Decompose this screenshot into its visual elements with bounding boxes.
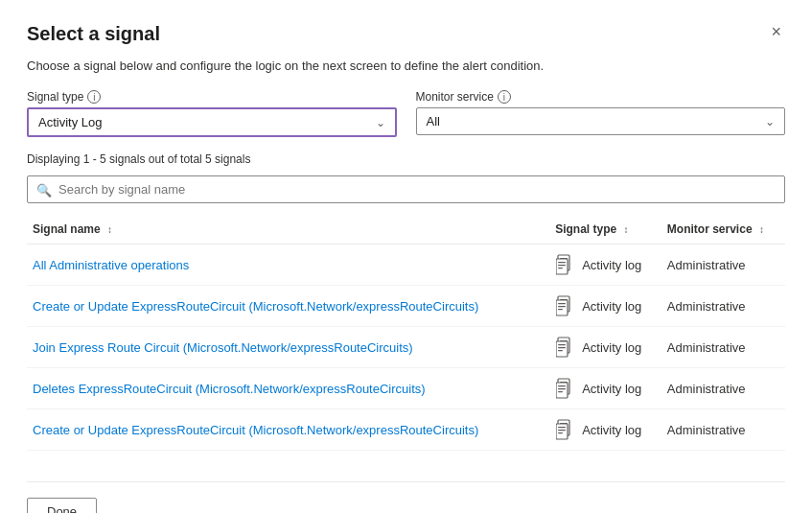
- monitor-service-cell: Administrative: [661, 409, 785, 451]
- svg-rect-5: [558, 262, 566, 263]
- fields-row: Signal type i Activity Log ⌄ Monitor ser…: [27, 90, 785, 137]
- svg-rect-15: [558, 309, 563, 310]
- svg-rect-21: [558, 344, 566, 345]
- select-signal-dialog: Select a signal × Choose a signal below …: [0, 0, 812, 513]
- svg-rect-22: [558, 347, 566, 348]
- svg-rect-7: [558, 268, 563, 268]
- signal-type-group: Signal type i Activity Log ⌄: [27, 90, 397, 137]
- signal-name-link[interactable]: All Administrative operations: [33, 258, 189, 272]
- signal-type-cell: Activity log: [549, 409, 661, 451]
- signal-type-text: Activity log: [582, 423, 641, 437]
- signal-type-info-icon: i: [87, 90, 101, 104]
- signal-type-value: Activity Log: [38, 115, 102, 129]
- signal-type-cell: Activity log: [549, 286, 661, 327]
- table-row: Join Express Route Circuit (Microsoft.Ne…: [27, 327, 785, 368]
- table-row: Create or Update ExpressRouteCircuit (Mi…: [27, 409, 785, 451]
- dialog-description: Choose a signal below and configure the …: [27, 58, 785, 73]
- sort-signal-type-icon[interactable]: ↕: [624, 224, 629, 235]
- monitor-service-value: All: [427, 114, 440, 128]
- monitor-service-cell: Administrative: [661, 245, 785, 286]
- signal-type-text: Activity log: [582, 299, 641, 314]
- monitor-service-cell: Administrative: [661, 286, 785, 327]
- svg-rect-12: [556, 300, 568, 315]
- dialog-title: Select a signal: [27, 23, 160, 45]
- header-monitor-service: Monitor service ↕: [661, 215, 785, 245]
- svg-rect-36: [556, 424, 568, 439]
- svg-rect-13: [558, 303, 566, 304]
- signal-name-link[interactable]: Join Express Route Circuit (Microsoft.Ne…: [33, 340, 413, 355]
- sort-monitor-service-icon[interactable]: ↕: [759, 224, 764, 235]
- signal-name-cell: Create or Update ExpressRouteCircuit (Mi…: [27, 286, 549, 327]
- signal-type-cell: Activity log: [549, 245, 661, 286]
- close-button[interactable]: ×: [767, 23, 785, 40]
- signal-name-link[interactable]: Create or Update ExpressRouteCircuit (Mi…: [33, 299, 478, 314]
- sort-signal-name-icon[interactable]: ↕: [107, 224, 112, 235]
- svg-rect-39: [558, 432, 563, 433]
- header-signal-type: Signal type ↕: [549, 215, 661, 245]
- activity-log-icon: [555, 253, 574, 276]
- signal-name-cell: Create or Update ExpressRouteCircuit (Mi…: [27, 409, 549, 451]
- activity-log-icon: [555, 294, 574, 317]
- signal-name-cell: All Administrative operations: [27, 245, 549, 286]
- svg-rect-28: [556, 383, 568, 398]
- signal-type-cell: Activity log: [549, 368, 661, 409]
- monitor-service-cell: Administrative: [661, 327, 785, 368]
- monitor-service-chevron-icon: ⌄: [765, 115, 775, 128]
- signal-name-link[interactable]: Create or Update ExpressRouteCircuit (Mi…: [33, 423, 478, 437]
- search-wrapper: 🔍: [27, 175, 785, 203]
- table-row: Deletes ExpressRouteCircuit (Microsoft.N…: [27, 368, 785, 409]
- activity-log-icon: [555, 336, 574, 359]
- monitor-service-select[interactable]: All ⌄: [416, 107, 786, 135]
- svg-rect-38: [558, 430, 566, 431]
- activity-log-icon: [555, 418, 574, 441]
- table-header-row: Signal name ↕ Signal type ↕ Monitor serv…: [27, 215, 785, 245]
- signal-name-link[interactable]: Deletes ExpressRouteCircuit (Microsoft.N…: [33, 382, 426, 396]
- monitor-service-info-icon: i: [498, 90, 511, 104]
- svg-rect-14: [558, 306, 566, 307]
- signals-table-container: Signal name ↕ Signal type ↕ Monitor serv…: [27, 215, 785, 451]
- svg-rect-31: [558, 391, 563, 392]
- svg-rect-30: [558, 388, 566, 389]
- table-row: Create or Update ExpressRouteCircuit (Mi…: [27, 286, 785, 327]
- dialog-footer: Done: [27, 481, 785, 513]
- monitor-service-label: Monitor service i: [416, 90, 786, 104]
- table-row: All Administrative operations Activity l…: [27, 245, 785, 286]
- svg-rect-20: [556, 341, 568, 357]
- monitor-service-group: Monitor service i All ⌄: [416, 90, 786, 137]
- signal-name-cell: Join Express Route Circuit (Microsoft.Ne…: [27, 327, 549, 368]
- search-input[interactable]: [27, 175, 785, 203]
- signal-type-chevron-icon: ⌄: [376, 116, 385, 129]
- signals-table: Signal name ↕ Signal type ↕ Monitor serv…: [27, 215, 785, 451]
- svg-rect-6: [558, 265, 566, 266]
- signal-type-select[interactable]: Activity Log ⌄: [27, 107, 397, 137]
- signal-type-text: Activity log: [582, 340, 641, 355]
- done-button[interactable]: Done: [27, 498, 97, 513]
- search-icon: 🔍: [36, 182, 52, 197]
- activity-log-icon: [555, 377, 574, 400]
- signal-type-cell: Activity log: [549, 327, 661, 368]
- svg-rect-4: [556, 259, 568, 274]
- header-signal-name: Signal name ↕: [27, 215, 549, 245]
- svg-rect-23: [558, 350, 563, 351]
- signal-type-text: Activity log: [582, 258, 641, 272]
- dialog-header: Select a signal ×: [27, 23, 785, 45]
- signal-name-cell: Deletes ExpressRouteCircuit (Microsoft.N…: [27, 368, 549, 409]
- displaying-count: Displaying 1 - 5 signals out of total 5 …: [27, 152, 785, 166]
- signal-type-text: Activity log: [582, 382, 641, 396]
- svg-rect-29: [558, 385, 566, 386]
- svg-rect-37: [558, 427, 566, 428]
- monitor-service-cell: Administrative: [661, 368, 785, 409]
- signal-type-label: Signal type i: [27, 90, 397, 104]
